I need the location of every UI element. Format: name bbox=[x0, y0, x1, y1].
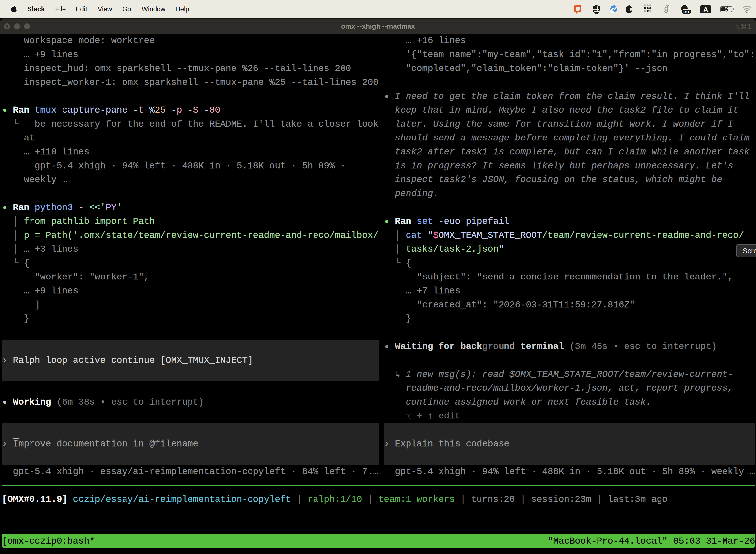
svg-text:A: A bbox=[703, 6, 708, 13]
svg-text:..61: ..61 bbox=[683, 10, 689, 14]
